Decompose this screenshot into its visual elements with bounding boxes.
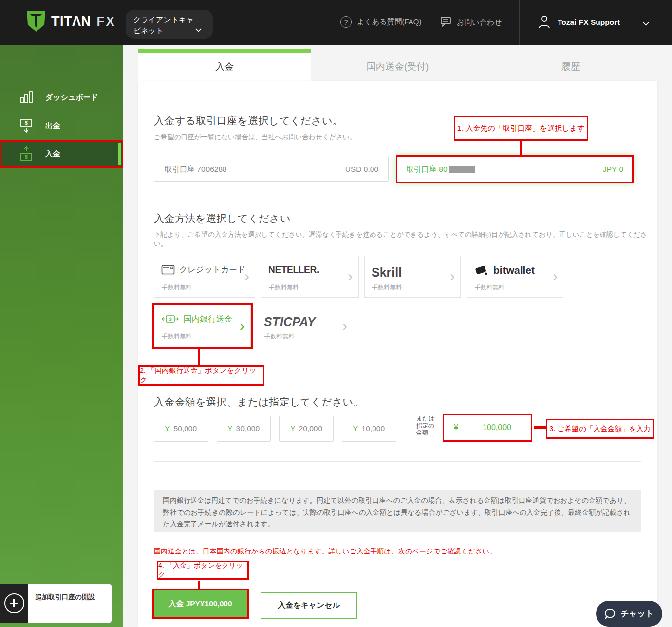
brand-suffix: FX bbox=[97, 14, 116, 29]
fee-label: 手数料無料 bbox=[162, 283, 191, 292]
chevron-right-icon: › bbox=[450, 269, 455, 284]
header-divider bbox=[519, 0, 520, 45]
method-domestic-bank-transfer[interactable]: $ 国内銀行送金 手数料無料 › bbox=[154, 305, 251, 347]
domestic-transfer-warning: 国内送金とは、日本国内の銀行からの振込となります。詳しいご入金手順は、次のページ… bbox=[154, 547, 496, 556]
sidebar: ダッシュボード $ 出金 $ 入金 bbox=[0, 45, 123, 627]
titanfx-shield-icon bbox=[26, 10, 46, 33]
tab-history[interactable]: 履歴 bbox=[484, 49, 657, 81]
fee-label: 手数料無料 bbox=[162, 332, 191, 341]
annotation-connector-3 bbox=[534, 426, 546, 429]
tab-bar: 入金 国内送金(受付) 履歴 bbox=[138, 49, 657, 81]
chevron-right-icon: › bbox=[342, 318, 347, 333]
divider bbox=[154, 461, 641, 462]
account-option-jpy-selected[interactable]: 取引口座 80 JPY 0 bbox=[396, 155, 634, 183]
fee-label: 手数料無料 bbox=[372, 283, 402, 292]
annotation-connector-2 bbox=[198, 347, 200, 365]
bitwallet-icon bbox=[474, 264, 489, 276]
amount-section-title: 入金金額を選択、または指定してください。 bbox=[154, 395, 364, 409]
annotation-step3: 3. ご希望の「入金金額」を入力 bbox=[546, 419, 654, 439]
sidebar-item-dashboard[interactable]: ダッシュボード bbox=[0, 86, 123, 108]
contact-label: お問い合わせ bbox=[457, 18, 502, 27]
chevron-right-icon: › bbox=[240, 318, 245, 333]
method-label: クレジットカード bbox=[179, 264, 246, 275]
account-balance: USD 0.00 bbox=[345, 165, 378, 174]
add-trading-account-button[interactable]: 追加取引口座の開設 bbox=[0, 584, 112, 623]
annotation-step1: 1. 入金先の「取引口座」を選択します bbox=[454, 116, 588, 141]
client-cabinet-label: クライアントキャビネット bbox=[133, 15, 194, 35]
account-name: 取引口座 80 bbox=[406, 164, 475, 175]
deposit-panel: 入金する取引口座を選択してください。 ご希望の口座が一覧にない場合は、当社へお問… bbox=[138, 81, 657, 627]
preset-value: 30,000 bbox=[236, 424, 260, 433]
preset-amount-30000[interactable]: ¥ 30,000 bbox=[217, 416, 271, 442]
annotation-step4: 4. 「入金」ボタンをクリック bbox=[157, 561, 249, 580]
chevron-down-icon bbox=[195, 26, 202, 32]
user-menu[interactable]: Tozai FX Support bbox=[538, 15, 620, 30]
method-bitwallet[interactable]: bitwallet 手数料無料 › bbox=[467, 256, 563, 298]
method-section-subtitle: 下記より、ご希望の入金方法を選択してください。遅滞なく手続きを進めることができる… bbox=[154, 230, 657, 248]
client-cabinet-dropdown[interactable]: クライアントキャビネット bbox=[126, 10, 213, 39]
bitwallet-logo: bitwallet bbox=[493, 264, 535, 276]
yen-icon: ¥ bbox=[165, 424, 170, 433]
preset-amount-20000[interactable]: ¥ 20,000 bbox=[279, 416, 334, 442]
sidebar-item-label: 出金 bbox=[45, 121, 60, 131]
chevron-right-icon: › bbox=[348, 269, 353, 284]
fee-label: 手数料無料 bbox=[475, 283, 504, 292]
chevron-right-icon: › bbox=[553, 269, 558, 284]
plus-circle-icon bbox=[4, 593, 24, 613]
deposit-cancel-button[interactable]: 入金をキャンセル bbox=[261, 592, 357, 619]
yen-icon: ¥ bbox=[454, 423, 458, 432]
chat-label: チャット bbox=[621, 608, 654, 619]
tab-deposit[interactable]: 入金 bbox=[138, 49, 311, 81]
question-icon: ? bbox=[340, 16, 352, 28]
account-balance: JPY 0 bbox=[603, 165, 623, 174]
svg-text:$: $ bbox=[25, 154, 28, 160]
sidebar-item-label: ダッシュボード bbox=[45, 93, 98, 102]
custom-amount-value: 100,000 bbox=[483, 423, 511, 432]
contact-link[interactable]: お問い合わせ bbox=[438, 16, 502, 29]
user-icon bbox=[538, 15, 551, 30]
method-sticpay[interactable]: STICPAY 手数料無料 › bbox=[257, 305, 353, 347]
preset-value: 10,000 bbox=[362, 424, 385, 433]
add-icon-wrap bbox=[0, 584, 28, 623]
brand-logo: TITΛN FX bbox=[26, 10, 116, 33]
yen-icon: ¥ bbox=[291, 424, 295, 433]
neteller-logo: NETELLER. bbox=[268, 264, 319, 275]
brand-name: TITΛN bbox=[51, 14, 91, 29]
svg-text:$: $ bbox=[25, 120, 28, 126]
preset-amount-50000[interactable]: ¥ 50,000 bbox=[154, 416, 208, 442]
deposit-icon: $ bbox=[19, 146, 34, 162]
faq-link[interactable]: ? よくある質問(FAQ) bbox=[340, 16, 421, 28]
sidebar-item-deposit-active[interactable]: $ 入金 bbox=[0, 140, 123, 168]
account-section-subtitle: ご希望の口座が一覧にない場合は、当社へお問い合わせください。 bbox=[154, 133, 356, 142]
sidebar-item-withdrawal[interactable]: $ 出金 bbox=[0, 115, 123, 137]
annotation-connector-4 bbox=[198, 581, 200, 590]
account-option-usd[interactable]: 取引口座 7006288 USD 0.00 bbox=[154, 157, 389, 182]
skrill-logo: Skrill bbox=[372, 265, 402, 280]
annotation-step2: 2. 「国内銀行送金」ボタンをクリック bbox=[138, 365, 264, 386]
top-header: TITΛN FX クライアントキャビネット ? よくある質問(FAQ) お問い合… bbox=[0, 0, 672, 45]
method-credit-card[interactable]: クレジットカード 手数料無料 › bbox=[154, 256, 255, 298]
deposit-submit-button[interactable]: 入金 JPY¥100,000 bbox=[152, 589, 249, 619]
add-account-label: 追加取引口座の開設 bbox=[28, 584, 112, 623]
account-name: 取引口座 7006288 bbox=[164, 164, 227, 175]
custom-amount-input[interactable]: ¥ 100,000 bbox=[443, 414, 532, 442]
yen-icon: ¥ bbox=[353, 424, 358, 433]
bank-transfer-icon: $ bbox=[161, 314, 179, 324]
account-section-title: 入金する取引口座を選択してください。 bbox=[154, 114, 342, 128]
user-chevron-down-icon[interactable] bbox=[643, 19, 649, 26]
yen-icon: ¥ bbox=[228, 424, 232, 433]
sidebar-item-label: 入金 bbox=[45, 149, 60, 159]
tab-domestic-transfer[interactable]: 国内送金(受付) bbox=[311, 49, 485, 81]
divider bbox=[154, 200, 641, 200]
method-section-title: 入金方法を選択してください bbox=[154, 212, 290, 225]
method-label: 国内銀行送金 bbox=[184, 314, 232, 325]
chat-bubble-icon bbox=[604, 608, 616, 620]
withdraw-icon: $ bbox=[19, 118, 34, 134]
preset-value: 50,000 bbox=[174, 424, 197, 433]
method-neteller[interactable]: NETELLER. 手数料無料 › bbox=[261, 256, 359, 298]
method-skrill[interactable]: Skrill 手数料無料 › bbox=[364, 256, 461, 298]
bar-chart-icon bbox=[19, 90, 34, 104]
preset-amount-10000[interactable]: ¥ 10,000 bbox=[342, 416, 396, 442]
chat-button[interactable]: チャット bbox=[596, 601, 662, 627]
chat-bubbles-icon bbox=[438, 16, 452, 29]
